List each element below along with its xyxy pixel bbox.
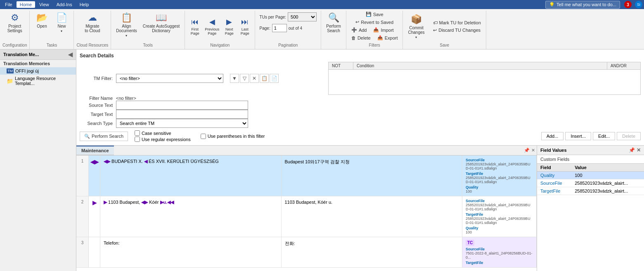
save-filter-button[interactable]: 💾 Save bbox=[349, 11, 400, 18]
results-area: Maintenance 📌 ✕ 1 ◀▶ ◀▶ bbox=[76, 146, 644, 271]
close-maintenance-icon[interactable]: ✕ bbox=[531, 148, 535, 153]
align-docs-button[interactable]: 📋 AlignDocuments▾ bbox=[114, 11, 140, 39]
target-cell-1: Budapest 10와17구역 검찰 지청 bbox=[282, 156, 463, 196]
discard-tu-button[interactable]: ↩ Discard TU Changes bbox=[431, 27, 483, 34]
field-panel-pin-icon[interactable]: 📌 bbox=[629, 147, 635, 153]
filters-content: 💾 Save ↩ Revert to Saved ➕ Add 📥 Import bbox=[349, 11, 400, 42]
menu-addins[interactable]: Add-Ins bbox=[53, 1, 76, 8]
use-regex-checkbox[interactable] bbox=[135, 137, 140, 142]
tm-filter-select[interactable]: <no filter> bbox=[116, 74, 223, 83]
filter-btn-1[interactable]: ▼ bbox=[230, 74, 239, 83]
page-row: Page: out of 4 bbox=[260, 24, 317, 32]
field-row-targetfile[interactable]: TargetFile 2585201923vádzk_alairt... bbox=[537, 187, 644, 195]
first-page-button[interactable]: ⏮ FirstPage bbox=[187, 16, 202, 37]
case-sensitive-checkbox[interactable] bbox=[135, 130, 140, 136]
target-text-input[interactable] bbox=[116, 110, 248, 119]
maintenance-tab-controls: 📌 ✕ bbox=[522, 147, 537, 154]
new-button[interactable]: 📄 New▾ bbox=[52, 11, 71, 35]
revert-label: Revert to Saved bbox=[361, 20, 393, 25]
row-num-1: 1 bbox=[76, 156, 89, 196]
export-filter-button[interactable]: 📤 Export bbox=[375, 34, 400, 41]
tm-item-offi[interactable]: TM OFFI jogi új bbox=[0, 67, 76, 75]
source-text-2: 1103 Budapest, bbox=[108, 200, 141, 205]
filter-btn-4[interactable]: 📋 bbox=[260, 74, 269, 83]
menu-home[interactable]: Home bbox=[17, 1, 35, 8]
delete-filter-button[interactable]: 🗑 Delete bbox=[349, 34, 373, 41]
perform-search-button[interactable]: 🔍 PerformSearch bbox=[324, 11, 343, 35]
ribbon-config-items: ⚙ ProjectSettings bbox=[5, 11, 25, 42]
delete-condition-button[interactable]: Delete bbox=[617, 132, 641, 140]
left-panel-close[interactable]: ◀ bbox=[68, 51, 73, 58]
ribbon-group-pagination: TUs per Page: 500 100 200 1000 Page: out… bbox=[255, 11, 321, 49]
save-group-label: Save bbox=[440, 42, 449, 47]
page-input[interactable] bbox=[272, 24, 287, 32]
tus-per-page-select[interactable]: 500 100 200 1000 bbox=[288, 12, 317, 21]
insert-condition-button[interactable]: Insert... bbox=[565, 132, 591, 140]
nav-group-label: Navigation bbox=[210, 42, 230, 47]
perform-search-btn[interactable]: 🔍 Perform Search bbox=[80, 132, 128, 141]
ribbon-group-configuration: ⚙ ProjectSettings Configuration bbox=[0, 11, 30, 49]
page-label: Page: bbox=[260, 26, 270, 31]
notification-badge[interactable]: 3 bbox=[624, 1, 632, 8]
filter-btn-5[interactable]: 📄 bbox=[270, 74, 279, 83]
quality-label-2: Quality bbox=[466, 226, 478, 230]
user-avatar[interactable]: Si bbox=[635, 1, 642, 8]
prev-page-icon: ◀ bbox=[209, 17, 215, 26]
open-button[interactable]: 📂 Open bbox=[32, 11, 51, 30]
field-row-sourcefile[interactable]: SourceFile 2585201923vádzk_alairt... bbox=[537, 179, 644, 187]
source-text-row: Source Text bbox=[80, 101, 641, 110]
import-filter-button[interactable]: 📥 Import bbox=[371, 26, 396, 33]
ribbon-tasks-items: 📂 Open 📄 New▾ bbox=[32, 11, 71, 42]
ribbon-group-save: 📦 CommitChanges▾ 🏷 Mark TU for Deletion … bbox=[403, 11, 486, 49]
revert-icon: ↩ bbox=[355, 19, 359, 25]
prev-page-button[interactable]: ◀ PreviousPage bbox=[203, 16, 221, 37]
last-page-button[interactable]: ⏭ LastPage bbox=[237, 16, 252, 37]
ribbon-nav-items: ⏮ FirstPage ◀ PreviousPage ▶ NextPage ⏭ … bbox=[187, 11, 252, 42]
menu-help[interactable]: Help bbox=[76, 1, 92, 8]
filter-btn-3[interactable]: ✕ bbox=[250, 74, 259, 83]
custom-fields-tab[interactable]: Custom Fields bbox=[537, 155, 644, 164]
field-row-quality[interactable]: Quality 100 bbox=[537, 172, 644, 179]
meta-cell-3: TC SourceFile 7501-2022-8_alairt1_24P082… bbox=[462, 237, 537, 267]
add-condition-button[interactable]: Add... bbox=[541, 132, 564, 140]
tell-me-box[interactable]: 💡 Tell me what you want to do... bbox=[545, 1, 620, 9]
filter-conditions-header: NOT Condition AND/OR bbox=[329, 62, 640, 70]
lr-template-item[interactable]: 📁 Language Resource Templat... bbox=[0, 75, 76, 87]
table-row[interactable]: 1 ◀▶ ◀▶ BUDAPESTI X. ◀ ÉS XVII. KERÜLETI… bbox=[76, 156, 537, 196]
migrate-cloud-button[interactable]: ☁ Migrateto Cloud bbox=[82, 11, 102, 35]
filter-btn-2[interactable]: ▽ bbox=[240, 74, 249, 83]
open-label: Open bbox=[37, 24, 47, 28]
field-panel-close-icon[interactable]: ✕ bbox=[637, 147, 641, 153]
pin-icon[interactable]: 📌 bbox=[524, 148, 530, 153]
table-row[interactable]: 2 ▶ ▶ 1103 Budapest, ◀▶ Kóér ▶u.◀◀ bbox=[76, 196, 537, 237]
edit-condition-button[interactable]: Edit... bbox=[593, 132, 615, 140]
last-page-label: LastPage bbox=[241, 27, 249, 35]
project-settings-button[interactable]: ⚙ ProjectSettings bbox=[5, 11, 25, 35]
seg-end-2: ▶u.◀◀ bbox=[160, 200, 174, 205]
menu-file[interactable]: File bbox=[2, 1, 16, 8]
add-filter-button[interactable]: ➕ Add bbox=[349, 26, 369, 33]
perform-search-items: 🔍 PerformSearch bbox=[324, 11, 343, 39]
search-type-select[interactable]: Search entire TM Concordance Search Dupl… bbox=[116, 119, 248, 128]
save-right-btns: 🏷 Mark TU for Deletion ↩ Discard TU Chan… bbox=[431, 11, 483, 42]
table-row[interactable]: 3 Telefon: 전화: TC SourceFile 7501-2022-8… bbox=[76, 237, 537, 268]
import-label: Import bbox=[381, 28, 393, 33]
next-page-button[interactable]: ▶ NextPage bbox=[222, 16, 237, 37]
source-text-2b: Kóér bbox=[149, 200, 160, 205]
menu-view[interactable]: View bbox=[36, 1, 52, 8]
maintenance-panel: Maintenance 📌 ✕ 1 ◀▶ ◀▶ bbox=[76, 146, 537, 271]
create-autosuggest-button[interactable]: 📖 Create AutoSuggestDictionary bbox=[140, 11, 182, 35]
not-col-header: NOT bbox=[329, 62, 353, 69]
maintenance-tab[interactable]: Maintenance bbox=[76, 146, 114, 155]
field-table: Field Value Quality 100 SourceFile 25852… bbox=[537, 164, 644, 195]
revert-saved-button[interactable]: ↩ Revert to Saved bbox=[349, 19, 400, 26]
ribbon-tools-items: 📋 AlignDocuments▾ 📖 Create AutoSuggestDi… bbox=[114, 11, 182, 42]
mark-tu-button[interactable]: 🏷 Mark TU for Deletion bbox=[431, 19, 483, 26]
new-icon: 📄 bbox=[56, 12, 67, 23]
use-parens-checkbox[interactable] bbox=[201, 134, 206, 139]
source-text-input[interactable] bbox=[116, 101, 248, 110]
delete-filter-icon: 🗑 bbox=[351, 35, 356, 40]
commit-changes-button[interactable]: 📦 CommitChanges▾ bbox=[405, 11, 427, 42]
target-file-value-1: 2585201923vádzk_alairt_24P06359BUD-01-01… bbox=[466, 176, 533, 184]
target-cell-3: 전화: bbox=[282, 237, 463, 267]
